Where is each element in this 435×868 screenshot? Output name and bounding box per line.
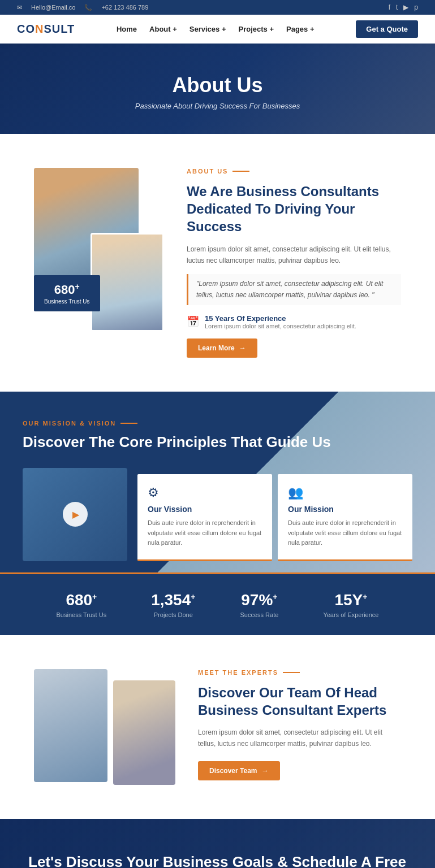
nav-services[interactable]: Services + xyxy=(189,25,226,33)
discover-team-button[interactable]: Discover Team → xyxy=(198,761,280,780)
about-images: 680+ Business Trust Us xyxy=(34,168,164,332)
team-tag: MEET THE EXPERTS xyxy=(198,669,401,676)
mission-title: Our Mission xyxy=(288,505,402,514)
stat-years-num: 15Y+ xyxy=(323,591,378,609)
about-content: ABOUT US We Are Business Consultants Ded… xyxy=(187,168,401,358)
learn-more-button[interactable]: Learn More → xyxy=(187,338,257,358)
nav-links: Home About + Services + Projects + Pages… xyxy=(117,25,315,33)
mission-card: 👥 Our Mission Duis aute irure dolor in r… xyxy=(278,474,412,561)
arrow-icon: → xyxy=(239,344,246,352)
mission-tag: OUR MISSION & VISION xyxy=(23,420,412,427)
team-image-2 xyxy=(113,680,175,785)
team-images xyxy=(34,669,175,785)
phone-icon: 📞 xyxy=(84,4,92,11)
hero-section: About Us Passionate About Driving Succes… xyxy=(0,44,435,134)
stat-success-label: Success Rate xyxy=(240,611,278,618)
vision-title: Our Vission xyxy=(148,505,262,514)
stat-projects-label: Projects Done xyxy=(151,611,195,618)
phone-text: +62 123 486 789 xyxy=(101,4,148,11)
mission-icon: 👥 xyxy=(288,485,402,500)
stat-projects: 1,354+ Projects Done xyxy=(151,591,195,618)
about-tag: ABOUT US xyxy=(187,168,401,175)
stat-projects-num: 1,354+ xyxy=(151,591,195,609)
about-section: 680+ Business Trust Us ABOUT US We Are B… xyxy=(0,134,435,392)
arrow-icon: → xyxy=(262,767,269,775)
stat-success: 97%+ Success Rate xyxy=(240,591,278,618)
play-button[interactable] xyxy=(63,502,88,527)
team-section: MEET THE EXPERTS Discover Our Team Of He… xyxy=(0,635,435,819)
about-image-secondary xyxy=(91,233,164,332)
top-bar-left: ✉ Hello@Email.co 📞 +62 123 486 789 xyxy=(17,4,148,11)
hero-content: About Us Passionate About Driving Succes… xyxy=(135,73,300,110)
pinterest-icon[interactable]: p xyxy=(414,3,418,11)
vision-card: ⚙ Our Vission Duis aute irure dolor in r… xyxy=(137,474,272,561)
stat-business-num: 680+ xyxy=(57,591,107,609)
logo-x: N xyxy=(35,23,44,35)
stat-business: 680+ Business Trust Us xyxy=(57,591,107,618)
stat-business-label: Business Trust Us xyxy=(57,611,107,618)
email-icon: ✉ xyxy=(17,4,22,11)
stats-bar: 680+ Business Trust Us 1,354+ Projects D… xyxy=(0,572,435,635)
youtube-icon[interactable]: ▶ xyxy=(403,3,408,11)
stat-years: 15Y+ Years of Experience xyxy=(323,591,378,618)
calendar-icon: 📅 xyxy=(187,315,199,328)
cta-section: Let's Discuss Your Business Goals & Sche… xyxy=(0,819,435,868)
experience-title: 15 Years Of Experience xyxy=(205,314,356,323)
vision-desc: Duis aute irure dolor in reprehenderit i… xyxy=(148,518,262,548)
badge-label: Business Trust Us xyxy=(44,298,90,305)
stat-years-label: Years of Experience xyxy=(323,611,378,618)
team-heading: Discover Our Team Of Head Business Consu… xyxy=(198,684,401,719)
navbar: CONSULT Home About + Services + Projects… xyxy=(0,15,435,44)
mission-heading: Discover The Core Principles That Guide … xyxy=(23,433,412,451)
twitter-icon[interactable]: t xyxy=(396,3,398,11)
hero-title: About Us xyxy=(135,73,300,97)
vision-icon: ⚙ xyxy=(148,485,262,500)
nav-pages[interactable]: Pages + xyxy=(286,25,315,33)
experience-text: 15 Years Of Experience Lorem ipsum dolor… xyxy=(205,314,356,329)
top-bar: ✉ Hello@Email.co 📞 +62 123 486 789 f t ▶… xyxy=(0,0,435,15)
experience-row: 📅 15 Years Of Experience Lorem ipsum dol… xyxy=(187,314,401,329)
team-desc: Lorem ipsum dolor sit amet, consectetur … xyxy=(198,727,401,750)
cta-heading: Let's Discuss Your Business Goals & Sche… xyxy=(28,853,407,868)
team-image-1 xyxy=(34,669,107,782)
facebook-icon[interactable]: f xyxy=(389,3,390,11)
nav-home[interactable]: Home xyxy=(117,25,137,33)
mission-section: OUR MISSION & VISION Discover The Core P… xyxy=(0,392,435,572)
about-quote: "Lorem ipsum dolor sit amet, consectetur… xyxy=(187,274,401,305)
mission-video[interactable] xyxy=(23,468,127,561)
email-text: Hello@Email.co xyxy=(31,4,75,11)
get-quote-button[interactable]: Get a Quote xyxy=(356,20,418,38)
mission-desc: Duis aute irure dolor in reprehenderit i… xyxy=(288,518,402,548)
stats-badge: 680+ Business Trust Us xyxy=(34,275,100,311)
nav-about[interactable]: About + xyxy=(149,25,177,33)
team-content: MEET THE EXPERTS Discover Our Team Of He… xyxy=(198,669,401,780)
about-desc: Lorem ipsum dolor sit amet, consectetur … xyxy=(187,244,401,267)
top-bar-right: f t ▶ p xyxy=(389,3,418,11)
logo[interactable]: CONSULT xyxy=(17,23,75,36)
hero-subtitle: Passionate About Driving Success For Bus… xyxy=(135,102,300,110)
stat-success-num: 97%+ xyxy=(240,591,278,609)
about-heading: We Are Business Consultants Dedicated To… xyxy=(187,183,401,236)
badge-number: 680+ xyxy=(44,282,90,297)
experience-desc: Lorem ipsum dolor sit amet, consectetur … xyxy=(205,323,356,329)
mission-cards-row: ⚙ Our Vission Duis aute irure dolor in r… xyxy=(23,468,412,561)
nav-projects[interactable]: Projects + xyxy=(239,25,274,33)
logo-text: CONSULT xyxy=(17,23,75,36)
